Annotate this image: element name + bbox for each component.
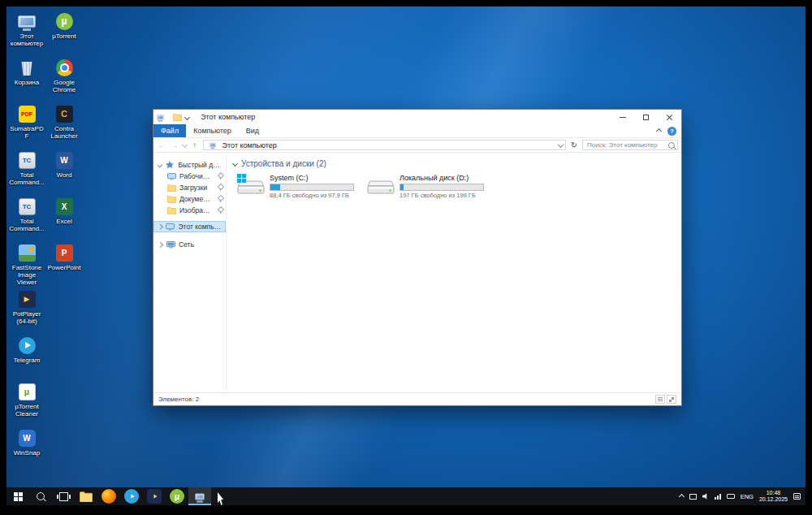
desktop-icon-faststone[interactable]: FastStone Image Viewer xyxy=(8,243,45,289)
desktop-icon-utorrent[interactable]: µ µTorrent xyxy=(45,11,83,58)
close-button[interactable] xyxy=(658,110,681,124)
tab-view[interactable]: Вид xyxy=(239,124,266,137)
sidebar-item-desktop[interactable]: Рабочий стол xyxy=(153,171,226,182)
potplayer-icon: ▶ xyxy=(17,289,37,309)
forward-button[interactable]: → xyxy=(170,141,179,149)
pictures-folder-icon xyxy=(166,207,176,214)
address-dropdown-icon[interactable] xyxy=(558,142,564,148)
drive-tile-d[interactable]: Локальный диск (D:) 197 ГБ свободно из 1… xyxy=(366,174,488,199)
desktop-icon-potplayer[interactable]: ▶ PotPlayer (64-bit) xyxy=(8,289,45,335)
desktop-icon-excel[interactable]: X Excel xyxy=(45,197,83,243)
taskbar-telegram-button[interactable] xyxy=(120,487,143,505)
potplayer-icon xyxy=(147,489,162,504)
task-view-button[interactable] xyxy=(52,487,75,505)
tray-keyboard-icon[interactable] xyxy=(727,494,735,499)
desktop-icon-contra-launcher[interactable]: C Contra Launcher xyxy=(45,104,83,150)
documents-folder-icon xyxy=(166,196,176,203)
desktop-icon-recycle-bin[interactable]: Корзина xyxy=(8,58,45,104)
breadcrumb[interactable]: Этот компьютер xyxy=(222,141,277,149)
sidebar-item-this-pc[interactable]: Этот компьютер xyxy=(153,221,226,232)
desktop-icon-total-commander-1[interactable]: TC Total Command... xyxy=(8,150,45,197)
taskbar-potplayer-button[interactable] xyxy=(143,487,166,505)
group-collapse-icon[interactable] xyxy=(232,160,238,166)
search-icon[interactable] xyxy=(668,142,675,149)
sidebar-item-pictures[interactable]: Изображения xyxy=(153,205,226,216)
maximize-button[interactable] xyxy=(634,110,658,124)
taskbar-firefox-button[interactable] xyxy=(97,487,120,505)
desktop-icon-sumatrapdf[interactable]: PDF SumatraPDF xyxy=(8,104,45,150)
sumatrapdf-icon: PDF xyxy=(17,104,37,123)
explorer-window: Этот компьютер Файл Компьютер Вид ? ← → xyxy=(153,109,682,406)
sidebar-item-documents[interactable]: Документы xyxy=(153,193,226,205)
group-header[interactable]: Устройства и диски (2) xyxy=(233,158,675,169)
details-view-button[interactable] xyxy=(655,395,665,404)
desktop-icon-label: PotPlayer (64-bit) xyxy=(8,310,45,325)
clock[interactable]: 10:48 20.12.2025 xyxy=(759,490,788,503)
refresh-button[interactable]: ↻ xyxy=(569,141,579,149)
notification-center-icon[interactable] xyxy=(793,493,801,500)
window-icon xyxy=(157,115,164,119)
desktop-icon-column-2: µ µTorrent Google Chrome C Contra Launch… xyxy=(45,11,83,289)
sidebar-item-network[interactable]: Сеть xyxy=(153,239,226,250)
faststone-icon xyxy=(17,243,37,262)
sidebar-item-quick-access[interactable]: Быстрый доступ xyxy=(153,159,226,171)
search-icon xyxy=(37,492,45,500)
title-bar[interactable]: Этот компьютер xyxy=(153,110,681,124)
qat-folder-icon[interactable] xyxy=(173,114,182,121)
tray-display-icon[interactable] xyxy=(689,494,697,500)
quick-access-toolbar xyxy=(157,113,189,122)
file-list-area[interactable]: Устройства и диски (2) System (C:) 88 xyxy=(227,153,681,392)
drive-usage-bar xyxy=(400,184,484,191)
tray-network-icon[interactable] xyxy=(715,493,721,500)
desktop-icon-winsnap[interactable]: W WinSnap xyxy=(8,428,45,474)
history-chevron-icon[interactable] xyxy=(182,142,188,148)
help-button[interactable]: ? xyxy=(667,127,676,136)
close-icon xyxy=(666,114,673,121)
drive-icon xyxy=(236,174,266,197)
taskbar-search-button[interactable] xyxy=(29,487,52,505)
desktop-icon-label: Contra Launcher xyxy=(45,125,83,140)
desktop-icon-word[interactable]: W Word xyxy=(45,150,83,197)
sidebar-item-downloads[interactable]: Загрузки xyxy=(153,182,226,193)
large-icons-view-button[interactable] xyxy=(667,395,676,404)
address-box[interactable]: Этот компьютер xyxy=(203,140,567,150)
desktop-icon-powerpoint[interactable]: P PowerPoint xyxy=(45,243,83,289)
status-bar: Элементов: 2 xyxy=(153,392,681,405)
minimize-button[interactable] xyxy=(611,110,634,124)
chevron-down-icon[interactable] xyxy=(158,162,163,168)
taskbar-file-explorer-button[interactable] xyxy=(75,487,97,505)
start-button[interactable] xyxy=(6,487,29,505)
desktop-icon-total-commander-2[interactable]: TC Total Command... xyxy=(8,197,45,243)
tray-volume-icon[interactable] xyxy=(702,493,709,500)
language-indicator[interactable]: ENG xyxy=(741,493,754,500)
firefox-icon xyxy=(102,489,116,504)
chevron-right-icon[interactable] xyxy=(158,241,163,247)
windows-logo-icon xyxy=(237,174,246,183)
pin-icon xyxy=(217,173,223,180)
ribbon-collapse-icon[interactable] xyxy=(656,128,662,133)
chrome-icon xyxy=(54,58,74,77)
utorrent-icon: µ xyxy=(170,489,184,504)
taskbar-this-pc-active-button[interactable] xyxy=(188,487,211,505)
desktop-icon-telegram[interactable]: Telegram xyxy=(8,335,45,382)
desktop-icon-this-pc[interactable]: Этот компьютер xyxy=(8,11,45,58)
taskbar-utorrent-button[interactable]: µ xyxy=(166,487,188,505)
desktop-wallpaper[interactable]: Этот компьютер Корзина PDF SumatraPDF TC… xyxy=(6,6,806,487)
search-input[interactable] xyxy=(585,141,668,149)
tab-computer[interactable]: Компьютер xyxy=(186,124,239,137)
winsnap-icon: W xyxy=(17,428,37,448)
tab-file[interactable]: Файл xyxy=(153,124,186,137)
desktop-icon-label: Корзина xyxy=(8,79,45,86)
chevron-right-icon[interactable] xyxy=(158,224,163,230)
up-button[interactable]: ↑ xyxy=(190,141,200,149)
back-button[interactable]: ← xyxy=(157,141,166,149)
desktop-icon-utorrent-cleaner[interactable]: µ µTorrent Cleaner xyxy=(8,382,45,428)
drive-free-space: 88,4 ГБ свободно из 97,9 ГБ xyxy=(270,193,358,199)
address-location-icon xyxy=(209,143,216,148)
drive-icon xyxy=(366,174,395,197)
desktop-icon-google-chrome[interactable]: Google Chrome xyxy=(45,58,83,104)
search-box xyxy=(582,140,678,150)
tray-overflow-chevron-icon[interactable] xyxy=(679,493,685,499)
drive-tile-c[interactable]: System (C:) 88,4 ГБ свободно из 97,9 ГБ xyxy=(236,174,358,199)
qat-customize-chevron-icon[interactable] xyxy=(184,114,190,119)
